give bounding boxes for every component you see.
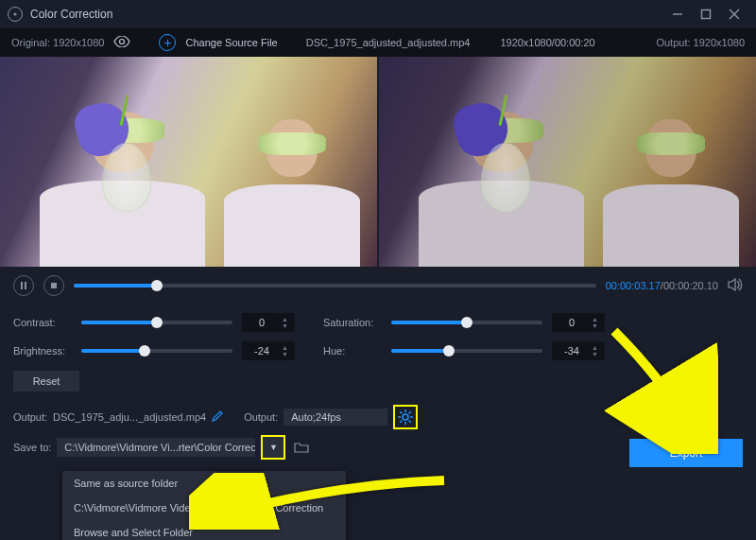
source-resolution-time: 1920x1080/00:00:20 bbox=[500, 37, 594, 48]
open-folder-icon[interactable] bbox=[291, 437, 312, 458]
original-resolution-label: Original: 1920x1080 bbox=[11, 37, 104, 48]
save-path-dropdown-button[interactable]: ▼ bbox=[263, 437, 284, 458]
output-row: Output: DSC_1975_adju..._adjusted.mp4 Ou… bbox=[0, 405, 756, 429]
settings-gear-icon[interactable] bbox=[397, 409, 414, 426]
volume-icon[interactable] bbox=[728, 278, 743, 293]
saturation-group: Saturation: 0▲▼ bbox=[323, 313, 605, 332]
preview-area bbox=[0, 57, 756, 267]
contrast-group: Contrast: 0▲▼ bbox=[13, 313, 295, 332]
preview-toggle-icon[interactable] bbox=[113, 36, 130, 49]
minimize-button[interactable] bbox=[663, 1, 692, 27]
svg-rect-7 bbox=[25, 282, 26, 289]
time-display: 00:00:03.17/00:00:20.10 bbox=[606, 280, 718, 291]
brightness-slider[interactable] bbox=[81, 349, 232, 353]
svg-line-16 bbox=[401, 421, 403, 423]
maximize-button[interactable] bbox=[692, 1, 720, 27]
original-preview bbox=[0, 57, 377, 267]
hue-slider[interactable] bbox=[391, 349, 542, 353]
contrast-input[interactable]: 0▲▼ bbox=[242, 313, 295, 332]
stop-button[interactable] bbox=[43, 275, 64, 296]
svg-rect-8 bbox=[51, 283, 57, 288]
save-path-dropdown: Same as source folder C:\Vidmore\Vidmore… bbox=[62, 471, 346, 540]
output-filename-text: DSC_1975_adju..._adjusted.mp4 bbox=[53, 411, 206, 423]
svg-line-14 bbox=[401, 411, 403, 413]
saturation-input[interactable]: 0▲▼ bbox=[552, 313, 605, 332]
dropdown-item-recent-path[interactable]: C:\Vidmore\Vidmore Video Converter\Color… bbox=[62, 496, 346, 520]
source-filename: DSC_1975_adjusted_adjusted.mp4 bbox=[306, 37, 471, 48]
dropdown-item-browse[interactable]: Browse and Select Folder bbox=[62, 520, 346, 540]
spinner-arrows-icon[interactable]: ▲▼ bbox=[592, 316, 605, 329]
svg-line-15 bbox=[409, 421, 411, 423]
svg-line-17 bbox=[409, 411, 411, 413]
dropdown-item-same-as-source[interactable]: Same as source folder bbox=[62, 471, 346, 496]
svg-point-5 bbox=[120, 40, 125, 44]
info-bar: Original: 1920x1080 + Change Source File… bbox=[0, 28, 756, 57]
hue-input[interactable]: -34▲▼ bbox=[552, 341, 605, 360]
change-source-button[interactable]: Change Source File bbox=[185, 37, 277, 48]
output-preset-label: Output: bbox=[244, 411, 278, 423]
output-preset-field[interactable]: Auto;24fps bbox=[284, 409, 387, 426]
spinner-arrows-icon[interactable]: ▲▼ bbox=[282, 344, 295, 357]
saturation-slider[interactable] bbox=[391, 321, 542, 324]
export-button[interactable]: Export bbox=[629, 439, 743, 467]
contrast-slider[interactable] bbox=[81, 321, 232, 324]
duration: 00:00:20.10 bbox=[663, 280, 718, 291]
reset-button[interactable]: Reset bbox=[13, 371, 79, 392]
close-button[interactable] bbox=[720, 1, 748, 27]
brightness-input[interactable]: -24▲▼ bbox=[242, 341, 295, 360]
svg-point-0 bbox=[13, 12, 16, 15]
contrast-label: Contrast: bbox=[13, 317, 72, 328]
output-preview bbox=[379, 57, 756, 267]
dropdown-highlight: ▼ bbox=[261, 435, 285, 460]
window-title: Color Correction bbox=[30, 8, 663, 21]
output-resolution-label: Output: 1920x1080 bbox=[656, 37, 745, 48]
svg-rect-6 bbox=[21, 282, 23, 289]
seek-slider[interactable] bbox=[74, 284, 596, 287]
pause-button[interactable] bbox=[13, 275, 34, 296]
playback-bar: 00:00:03.17/00:00:20.10 bbox=[0, 267, 756, 305]
save-to-label: Save to: bbox=[13, 442, 51, 453]
rename-icon[interactable] bbox=[212, 410, 223, 424]
add-source-icon[interactable]: + bbox=[159, 34, 176, 51]
app-logo-icon bbox=[8, 7, 23, 22]
save-path-field[interactable]: C:\Vidmore\Vidmore Vi...rter\Color Corre… bbox=[57, 438, 255, 457]
spinner-arrows-icon[interactable]: ▲▼ bbox=[282, 316, 295, 329]
hue-group: Hue: -34▲▼ bbox=[323, 341, 605, 360]
current-time: 00:00:03.17 bbox=[606, 280, 661, 291]
saturation-label: Saturation: bbox=[323, 317, 382, 328]
brightness-label: Brightness: bbox=[13, 345, 72, 357]
output-filename-label: Output: bbox=[13, 411, 47, 423]
titlebar: Color Correction bbox=[0, 0, 756, 28]
brightness-group: Brightness: -24▲▼ bbox=[13, 341, 295, 360]
hue-label: Hue: bbox=[323, 345, 382, 357]
settings-highlight bbox=[393, 405, 418, 429]
svg-rect-2 bbox=[702, 10, 711, 19]
correction-sliders: Contrast: 0▲▼ Saturation: 0▲▼ Brightness… bbox=[0, 305, 756, 365]
svg-point-9 bbox=[403, 414, 408, 420]
spinner-arrows-icon[interactable]: ▲▼ bbox=[592, 344, 605, 357]
